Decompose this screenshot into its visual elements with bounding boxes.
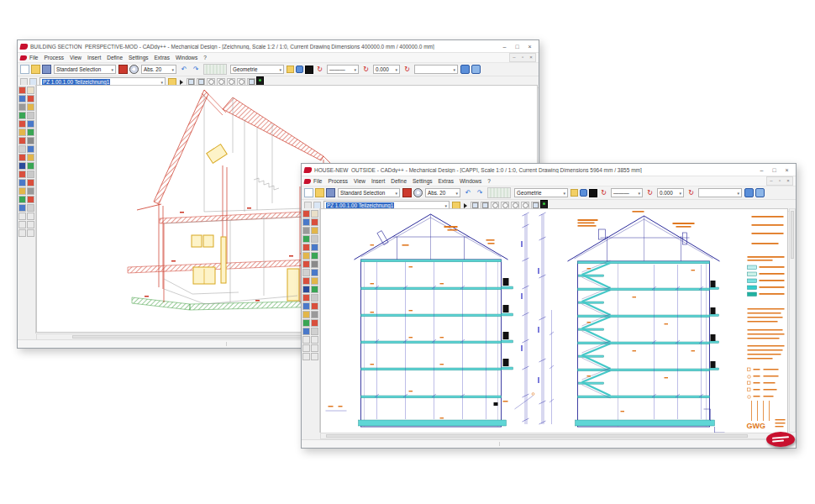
refresh-color-icon[interactable]: ↻ (599, 188, 608, 197)
menu-item[interactable]: View (354, 178, 365, 184)
toolbox-icon[interactable] (27, 137, 34, 144)
menu-item[interactable]: Extras (439, 178, 454, 184)
toolbox-icon[interactable] (27, 103, 34, 111)
horizontal-scrollbar[interactable] (320, 433, 789, 439)
toolbox-icon[interactable] (302, 269, 310, 276)
menu-item[interactable]: View (70, 55, 82, 60)
toolbox-icon[interactable] (27, 145, 34, 153)
menu-item[interactable]: Define (107, 55, 123, 60)
toolbox-icon[interactable] (302, 252, 310, 260)
toolbox-icon[interactable] (311, 319, 318, 327)
toolbox-icon[interactable] (27, 196, 34, 203)
toolbox-icon[interactable] (302, 353, 310, 360)
toolbox-icon[interactable] (311, 260, 318, 268)
toolbox-icon[interactable] (27, 154, 34, 161)
toolbox-icon[interactable] (18, 87, 26, 94)
layer-palette-icon[interactable] (287, 66, 294, 73)
title-bar[interactable]: BUILDING SECTION_PERSPECTIVE-MOD - CADdy… (18, 40, 539, 53)
menu-item[interactable]: Insert (371, 178, 385, 184)
line-style-combo[interactable]: ——— ▾ (327, 65, 359, 74)
menu-item[interactable]: Windows (460, 178, 481, 184)
toolbox-icon[interactable] (302, 302, 310, 310)
mdi-minimize-button[interactable]: – (510, 54, 518, 61)
lamp-tool-icon[interactable] (755, 188, 765, 197)
menu-item[interactable]: File (29, 55, 38, 60)
toolbox-icon[interactable] (311, 210, 318, 218)
toolbox-icon[interactable] (311, 227, 318, 234)
toolbox-icon[interactable] (27, 229, 34, 237)
toolbox-icon[interactable] (311, 344, 318, 352)
toolbox-icon[interactable] (18, 221, 26, 228)
selection-mode-combo[interactable]: Standard Selection ▾ (338, 188, 400, 197)
menu-item[interactable]: ? (487, 178, 491, 184)
menu-item[interactable]: Windows (176, 55, 197, 60)
toolbox-icon[interactable] (311, 277, 318, 285)
menu-item[interactable]: Process (328, 178, 347, 184)
save-icon[interactable] (326, 188, 335, 197)
menu-item[interactable]: Process (44, 55, 63, 60)
grid-snap-button[interactable] (203, 64, 227, 75)
category-combo[interactable]: Geometrie ▾ (514, 188, 568, 197)
line-width-combo[interactable]: 0.000 ▾ (373, 65, 400, 74)
toolbox-icon[interactable] (311, 353, 318, 360)
toolbox-icon[interactable] (27, 112, 34, 119)
toolbox-icon[interactable] (18, 137, 26, 144)
toolbox-icon[interactable] (18, 171, 26, 178)
toolbox-icon[interactable] (27, 187, 34, 195)
refresh-linestyle-icon[interactable]: ↻ (361, 65, 371, 74)
maximize-button[interactable]: □ (768, 165, 781, 176)
refresh-linestyle-icon[interactable]: ↻ (645, 188, 655, 197)
toolbox-icon[interactable] (302, 286, 310, 293)
toolbox-icon[interactable] (311, 244, 318, 251)
toolbox-icon[interactable] (302, 319, 310, 327)
free-input-combo[interactable]: ▾ (414, 65, 458, 74)
maximize-button[interactable]: □ (511, 41, 523, 52)
abs-mode-combo[interactable]: Abs. 20 ▾ (141, 65, 176, 74)
building-section-drawing[interactable]: GWG (321, 209, 788, 433)
pen-color-icon[interactable] (118, 65, 128, 74)
line-width-combo[interactable]: 0.000 ▾ (657, 188, 684, 197)
fill-tool-icon[interactable] (460, 65, 470, 74)
mdi-restore-button[interactable]: ▫ (518, 54, 527, 61)
toolbox-icon[interactable] (27, 95, 34, 102)
minimize-button[interactable]: – (498, 41, 511, 52)
refresh-color-icon[interactable]: ↻ (315, 65, 324, 74)
mdi-close-button[interactable]: × (527, 54, 535, 61)
toolbox-icon[interactable] (302, 294, 310, 302)
undo-icon[interactable]: ↶ (463, 188, 473, 197)
close-button[interactable]: × (781, 165, 793, 176)
toolbox-icon[interactable] (27, 204, 34, 212)
line-style-combo[interactable]: ——— ▾ (611, 188, 643, 197)
toolbox-icon[interactable] (302, 260, 310, 268)
title-bar[interactable]: HOUSE-NEW_OUTSIDE - CADdy++ - Mechanical… (302, 164, 796, 176)
close-button[interactable]: × (523, 41, 536, 52)
toolbox-icon[interactable] (311, 252, 318, 260)
toolbox-icon[interactable] (27, 87, 34, 94)
toolbox-icon[interactable] (18, 213, 26, 220)
layer-palette-icon[interactable] (570, 189, 578, 197)
menu-item[interactable]: File (313, 178, 322, 184)
toolbox-icon[interactable] (27, 221, 34, 228)
window-house-new-outside[interactable]: HOUSE-NEW_OUTSIDE - CADdy++ - Mechanical… (301, 163, 797, 449)
toolbox-icon[interactable] (18, 187, 26, 195)
menu-item[interactable]: Insert (87, 55, 101, 60)
toolbox-icon[interactable] (311, 302, 318, 310)
toolbox-icon[interactable] (302, 244, 310, 251)
toolbox-icon[interactable] (311, 218, 318, 226)
color-swatch-icon[interactable] (589, 189, 597, 197)
selection-mode-combo[interactable]: Standard Selection ▾ (54, 65, 116, 74)
toolbox-icon[interactable] (311, 311, 318, 318)
toolbox-icon[interactable] (311, 286, 318, 293)
color-swatch-icon[interactable] (305, 66, 313, 74)
grid-snap-button[interactable] (487, 187, 511, 198)
toolbox-icon[interactable] (311, 328, 318, 335)
toolbox-icon[interactable] (311, 269, 318, 276)
redo-icon[interactable]: ↷ (475, 188, 485, 197)
fill-tool-icon[interactable] (744, 188, 754, 197)
select-arrow-icon[interactable] (464, 203, 467, 208)
open-file-icon[interactable] (315, 188, 324, 197)
toolbox-icon[interactable] (302, 210, 310, 218)
toolbox-icon[interactable] (311, 336, 318, 344)
toolbox-icon[interactable] (311, 235, 318, 243)
toolbox-icon[interactable] (302, 328, 310, 335)
